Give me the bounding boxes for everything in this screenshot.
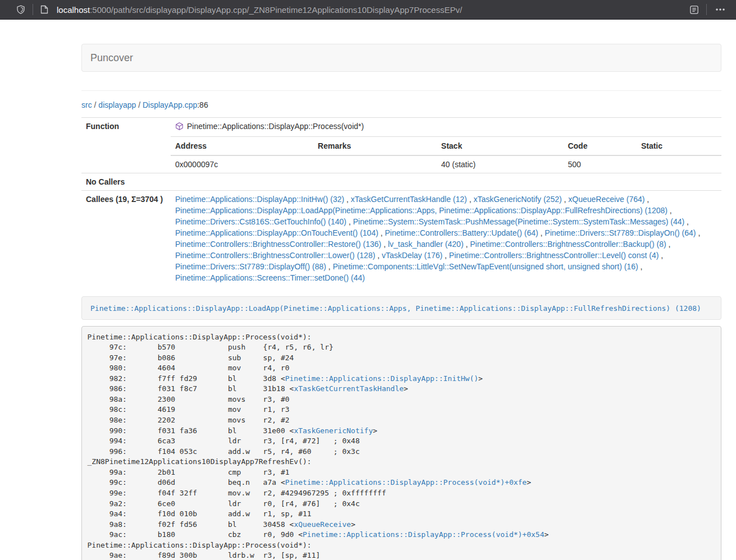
page-content: Puncover src / displayapp / DisplayApp.c… — [81, 44, 721, 560]
callee-link[interactable]: Pinetime::Controllers::BrightnessControl… — [449, 251, 659, 260]
toolbar-divider — [33, 4, 33, 15]
callee-link[interactable]: Pinetime::Controllers::Battery::Update()… — [385, 228, 538, 237]
value-cell — [313, 155, 437, 173]
callee-separator: , — [538, 228, 545, 237]
inner-table-value-row: 0x0000097c40 (static)500 — [171, 155, 721, 173]
function-label: Function — [81, 118, 171, 173]
column-header: Address — [171, 137, 313, 155]
code-symbol-link[interactable]: Pinetime::Applications::DisplayApp::Proc… — [285, 478, 527, 486]
url-bar[interactable]: localhost:5000/path/src/displayapp/Displ… — [52, 1, 685, 19]
page-icon[interactable] — [36, 2, 52, 17]
callee-separator: , — [684, 217, 689, 226]
breadcrumb-separator: / — [92, 100, 99, 109]
disassembly: Pinetime::Applications::DisplayApp::Proc… — [81, 326, 721, 560]
divider — [81, 90, 721, 91]
callee-separator: , — [668, 206, 672, 215]
callee-separator: , — [375, 251, 382, 260]
callee-link[interactable]: Pinetime::Applications::DisplayApp::Load… — [175, 206, 668, 215]
column-header: Remarks — [313, 137, 437, 155]
function-name-cell: Pinetime::Applications::DisplayApp::Proc… — [171, 118, 721, 137]
callee-separator: , — [378, 228, 385, 237]
breadcrumb: src / displayapp / DisplayApp.cpp:86 — [81, 99, 721, 111]
function-table: Function Pinetime::Applications::Display… — [81, 117, 721, 286]
cube-icon — [175, 122, 184, 134]
breadcrumb-link[interactable]: displayapp — [98, 100, 136, 109]
callee-link[interactable]: Pinetime::Drivers::St7789::DisplayOff() … — [175, 262, 326, 271]
reader-mode-icon[interactable] — [685, 2, 703, 17]
callee-link[interactable]: vTaskDelay (176) — [382, 251, 442, 260]
function-details-row: AddressRemarksStackCodeStatic 0x0000097c… — [81, 137, 721, 173]
code-symbol-link[interactable]: xTaskGenericNotify — [294, 426, 373, 435]
toolbar-divider — [706, 4, 707, 15]
breadcrumb-link[interactable]: DisplayApp.cpp — [143, 100, 197, 109]
callee-separator: , — [467, 195, 474, 204]
callee-separator: , — [381, 240, 388, 249]
value-cell: 500 — [563, 155, 636, 173]
column-header: Static — [637, 137, 721, 155]
callees-label: Callees (19, Σ=3704 ) — [81, 191, 171, 287]
callers-cell — [171, 173, 721, 191]
callee-link[interactable]: xTaskGenericNotify (252) — [473, 195, 561, 204]
callee-link[interactable]: Pinetime::Components::LittleVgl::SetNewT… — [333, 262, 638, 271]
url-host: localhost — [57, 5, 90, 15]
callee-link[interactable]: Pinetime::Controllers::BrightnessControl… — [175, 251, 375, 260]
callee-separator: , — [464, 240, 470, 249]
shield-icon[interactable] — [12, 2, 29, 17]
callee-link[interactable]: Pinetime::Drivers::St7789::DisplayOn() (… — [545, 228, 696, 237]
callee-link[interactable]: Pinetime::Applications::Screens::Timer::… — [175, 273, 365, 282]
column-header: Code — [563, 137, 636, 155]
callee-separator: , — [644, 195, 649, 204]
app-header: Puncover — [81, 44, 721, 72]
function-name: Pinetime::Applications::DisplayApp::Proc… — [187, 122, 364, 131]
callee-separator: , — [442, 251, 449, 260]
callee-link[interactable]: Pinetime::Applications::DisplayApp::OnTo… — [175, 228, 378, 237]
inner-table-header-row: AddressRemarksStackCodeStatic — [171, 137, 721, 155]
app-title: Puncover — [90, 52, 133, 64]
callee-separator: , — [346, 217, 353, 226]
breadcrumb-link[interactable]: src — [81, 100, 92, 109]
callee-link[interactable]: Pinetime::Controllers::BrightnessControl… — [175, 240, 381, 249]
code-symbol-link[interactable]: xTaskGetCurrentTaskHandle — [294, 384, 404, 393]
callee-separator: , — [638, 262, 643, 271]
callee-link[interactable]: xTaskGetCurrentTaskHandle (12) — [351, 195, 467, 204]
breadcrumb-line-number: :86 — [197, 100, 208, 109]
callee-link[interactable]: Pinetime::Controllers::BrightnessControl… — [470, 240, 666, 249]
no-callers-row: No Callers — [81, 173, 721, 191]
overflow-menu-icon[interactable] — [710, 2, 730, 17]
callee-separator: , — [666, 240, 671, 249]
code-symbol-link[interactable]: Pinetime::Applications::DisplayApp::Proc… — [303, 530, 544, 539]
callee-link[interactable]: Pinetime::Drivers::Cst816S::GetTouchInfo… — [175, 217, 346, 226]
callee-link[interactable]: xQueueReceive (764) — [568, 195, 644, 204]
highlighted-callee-link[interactable]: Pinetime::Applications::DisplayApp::Load… — [90, 304, 701, 313]
callee-link[interactable]: lv_task_handler (420) — [388, 240, 464, 249]
callee-link[interactable]: Pinetime::Applications::DisplayApp::Init… — [175, 195, 344, 204]
code-symbol-link[interactable]: Pinetime::Applications::DisplayApp::Init… — [285, 374, 478, 383]
callee-separator: , — [696, 228, 701, 237]
breadcrumb-separator: / — [136, 100, 143, 109]
callee-link[interactable]: Pinetime::System::SystemTask::PushMessag… — [353, 217, 685, 226]
callee-separator: , — [659, 251, 663, 260]
callees-cell: Pinetime::Applications::DisplayApp::Init… — [171, 191, 721, 287]
function-details-table: AddressRemarksStackCodeStatic 0x0000097c… — [171, 137, 721, 173]
callees-row: Callees (19, Σ=3704 ) Pinetime::Applicat… — [81, 191, 721, 287]
callee-separator: , — [562, 195, 569, 204]
value-cell: 40 (static) — [437, 155, 564, 173]
value-cell — [637, 155, 721, 173]
code-symbol-link[interactable]: xQueueReceive — [294, 520, 351, 529]
callee-separator: , — [344, 195, 351, 204]
column-header: Stack — [437, 137, 564, 155]
browser-toolbar: localhost:5000/path/src/displayapp/Displ… — [0, 0, 736, 20]
callee-separator: , — [326, 262, 333, 271]
no-callers-label: No Callers — [81, 173, 171, 191]
highlighted-callee: Pinetime::Applications::DisplayApp::Load… — [81, 296, 721, 320]
value-cell: 0x0000097c — [171, 155, 313, 173]
url-path: :5000/path/src/displayapp/DisplayApp.cpp… — [90, 5, 462, 15]
function-row: Function Pinetime::Applications::Display… — [81, 118, 721, 137]
